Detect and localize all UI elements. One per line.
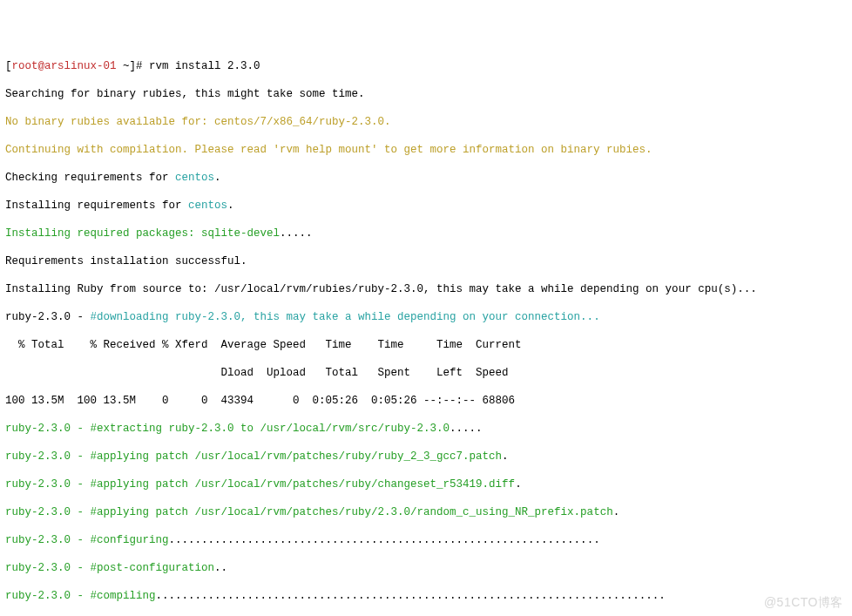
terminal-line: ruby-2.3.0 - #compiling.................…	[5, 589, 847, 603]
prompt-user-host: root@arslinux-01	[12, 60, 124, 72]
os-name: centos	[188, 200, 227, 212]
terminal-line: No binary rubies available for: centos/7…	[5, 115, 847, 129]
os-name: centos	[175, 172, 214, 184]
terminal-line: ruby-2.3.0 - #applying patch /usr/local/…	[5, 450, 847, 464]
terminal-line: [root@arslinux-01 ~]# rvm install 2.3.0	[5, 59, 847, 73]
download-progress: 100 13.5M 100 13.5M 0 0 43394 0 0:05:26 …	[5, 394, 847, 408]
terminal-line: Installing Ruby from source to: /usr/loc…	[5, 282, 847, 296]
terminal-line: Searching for binary rubies, this might …	[5, 87, 847, 101]
command-text[interactable]: rvm install 2.3.0	[149, 60, 260, 72]
terminal-line: ruby-2.3.0 - #post-configuration..	[5, 561, 847, 575]
prompt-path: ~	[123, 60, 130, 72]
terminal-line: Installing required packages: sqlite-dev…	[5, 227, 847, 240]
terminal-line: Checking requirements for centos.	[5, 171, 847, 185]
terminal-line: Installing requirements for centos.	[5, 199, 847, 213]
watermark: @51CTO博客	[764, 595, 843, 611]
terminal-line: Requirements installation successful.	[5, 254, 847, 268]
prompt-open: [	[5, 60, 12, 72]
download-header: Dload Upload Total Spent Left Speed	[5, 366, 847, 380]
terminal-line: ruby-2.3.0 - #extracting ruby-2.3.0 to /…	[5, 422, 847, 436]
terminal-line: ruby-2.3.0 - #applying patch /usr/local/…	[5, 505, 847, 519]
terminal-line: Continuing with compilation. Please read…	[5, 143, 847, 157]
terminal-line: ruby-2.3.0 - #applying patch /usr/local/…	[5, 477, 847, 491]
download-header: % Total % Received % Xferd Average Speed…	[5, 338, 847, 352]
terminal-line: ruby-2.3.0 - #downloading ruby-2.3.0, th…	[5, 310, 847, 324]
terminal-line: ruby-2.3.0 - #configuring...............…	[5, 533, 847, 547]
prompt-close: ]#	[130, 60, 150, 72]
